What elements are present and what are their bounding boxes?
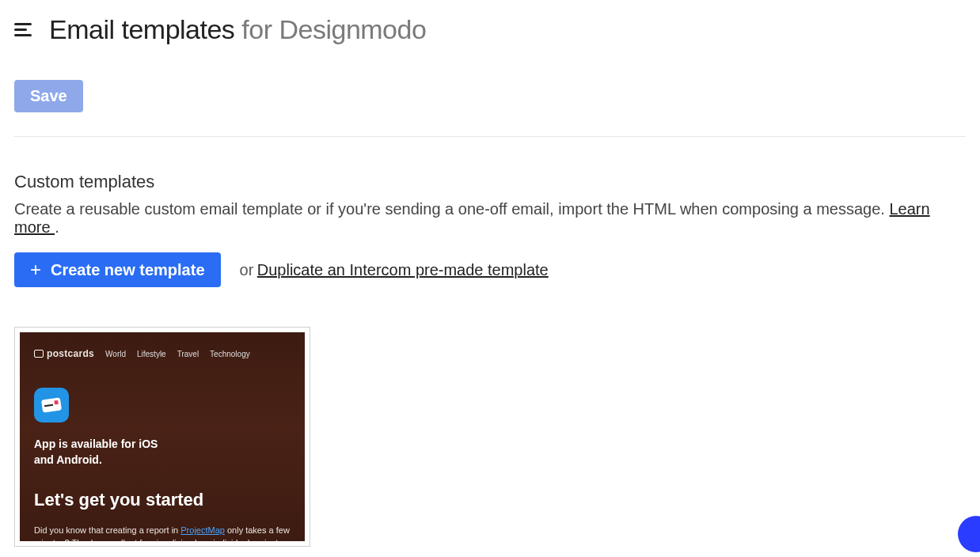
duplicate-template-link[interactable]: Duplicate an Intercom pre-made template [257,261,549,278]
preview-body: Did you know that creating a report in P… [34,525,291,541]
page-title: Email templates for Designmodo [49,14,426,45]
preview-nav-item: World [105,350,126,358]
preview-brand-icon [34,350,44,358]
page-title-sub: for Designmodo [241,14,426,44]
template-card-postcards[interactable]: postcards World Lifestyle Travel Technol… [14,327,310,547]
or-duplicate-text: or Duplicate an Intercom pre-made templa… [240,261,549,279]
page-title-main: Email templates [49,14,234,44]
preview-body-link: ProjectMap [180,525,225,535]
divider [14,136,966,137]
save-button[interactable]: Save [14,80,83,112]
preview-nav: World Lifestyle Travel Technology [105,350,250,358]
preview-heading: Let's get you started [34,490,291,510]
custom-templates-heading: Custom templates [14,172,966,192]
preview-brand: postcards [34,348,94,359]
preview-availability: App is available for iOS and Android. [34,437,291,468]
create-new-template-label: Create new template [51,261,205,279]
preview-nav-item: Technology [210,350,250,358]
custom-templates-description: Create a reusable custom email template … [14,200,966,237]
create-new-template-button[interactable]: + Create new template [14,252,221,287]
menu-icon[interactable] [14,23,32,37]
preview-app-icon [34,388,69,422]
preview-brand-text: postcards [47,348,94,359]
preview-nav-item: Lifestyle [137,350,166,358]
description-text: Create a reusable custom email template … [14,200,889,218]
or-text: or [240,261,254,278]
template-preview: postcards World Lifestyle Travel Technol… [20,332,305,541]
plus-icon: + [30,260,41,279]
preview-nav-item: Travel [177,350,199,358]
